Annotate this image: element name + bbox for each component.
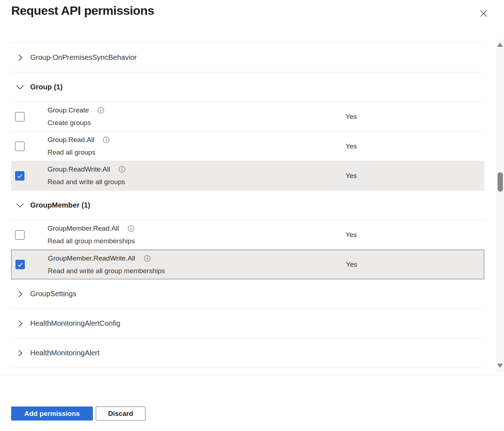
category-label: HealthMonitoringAlert xyxy=(30,349,99,357)
scrollbar-thumb[interactable] xyxy=(498,172,503,192)
permission-text: GroupMember.ReadWrite.All Read and write… xyxy=(48,252,165,277)
permissions-list: Group-OnPremisesSyncBehavior Group (1) G… xyxy=(11,43,484,368)
admin-consent-value: Yes xyxy=(346,161,357,190)
admin-consent-value: Yes xyxy=(346,132,357,161)
info-icon[interactable] xyxy=(97,107,104,114)
scroll-down-icon[interactable] xyxy=(497,364,503,368)
category-label: Group-OnPremisesSyncBehavior xyxy=(30,53,137,62)
info-icon[interactable] xyxy=(103,136,110,143)
chevron-right-icon xyxy=(18,349,23,357)
vertical-scrollbar[interactable] xyxy=(496,40,504,373)
scroll-up-icon[interactable] xyxy=(497,43,503,47)
permission-text: Group.ReadWrite.All Read and write all g… xyxy=(48,163,126,188)
permission-name: Group.Create xyxy=(48,106,89,114)
permission-description: Read and write all group memberships xyxy=(48,265,165,277)
admin-consent-value: Yes xyxy=(346,250,357,279)
category-label: HealthMonitoringAlertConfig xyxy=(30,319,120,328)
checkbox-groupmember-read-all[interactable] xyxy=(15,230,24,240)
permission-description: Create groups xyxy=(48,117,104,129)
chevron-right-icon xyxy=(18,290,23,298)
permission-description: Read and write all groups xyxy=(48,176,126,188)
permission-text: Group.Read.All Read all groups xyxy=(48,134,110,159)
chevron-right-icon xyxy=(18,54,23,62)
chevron-right-icon xyxy=(18,320,23,328)
permission-text: Group.Create Create groups xyxy=(48,104,104,129)
permission-description: Read all group memberships xyxy=(48,235,135,248)
permission-row-group-readwrite-all[interactable]: Group.ReadWrite.All Read and write all g… xyxy=(11,161,484,191)
category-row-group[interactable]: Group (1) xyxy=(11,72,484,102)
page-title: Request API permissions xyxy=(11,4,154,18)
checkbox-groupmember-readwrite-all[interactable] xyxy=(15,260,25,269)
permission-row-group-read-all[interactable]: Group.Read.All Read all groups Yes xyxy=(11,132,484,161)
category-row-healthmonitoringalertconfig[interactable]: HealthMonitoringAlertConfig xyxy=(11,309,484,338)
permission-name: Group.ReadWrite.All xyxy=(48,165,110,173)
chevron-down-icon xyxy=(16,85,24,90)
permission-text: GroupMember.Read.All Read all group memb… xyxy=(48,222,135,248)
category-label: GroupMember (1) xyxy=(30,201,90,209)
close-icon[interactable] xyxy=(477,7,490,19)
chevron-down-icon xyxy=(16,203,24,208)
permission-name: GroupMember.Read.All xyxy=(48,225,119,232)
category-label: Group (1) xyxy=(30,83,63,91)
info-icon[interactable] xyxy=(127,225,135,232)
checkbox-group-create[interactable] xyxy=(15,112,24,121)
info-icon[interactable] xyxy=(144,255,151,262)
footer-divider xyxy=(0,375,504,375)
permission-row-groupmember-read-all[interactable]: GroupMember.Read.All Read all group memb… xyxy=(11,220,484,250)
checkbox-group-readwrite-all[interactable] xyxy=(15,171,24,181)
category-label: GroupSettings xyxy=(30,290,76,298)
category-row-groupsettings[interactable]: GroupSettings xyxy=(11,279,484,309)
add-permissions-button[interactable]: Add permissions xyxy=(11,406,93,421)
category-row-healthmonitoringalert[interactable]: HealthMonitoringAlert xyxy=(11,338,484,368)
permission-description: Read all groups xyxy=(48,146,110,159)
permission-name: GroupMember.ReadWrite.All xyxy=(48,254,135,262)
discard-button[interactable]: Discard xyxy=(96,406,145,421)
checkbox-group-read-all[interactable] xyxy=(15,142,24,151)
permission-row-groupmember-readwrite-all[interactable]: GroupMember.ReadWrite.All Read and write… xyxy=(11,250,484,279)
category-row-groupmember[interactable]: GroupMember (1) xyxy=(11,191,484,220)
permission-row-group-create[interactable]: Group.Create Create groups Yes xyxy=(11,102,484,132)
admin-consent-value: Yes xyxy=(346,102,357,131)
info-icon[interactable] xyxy=(118,166,126,173)
category-row-group-onpremisessyncbehavior[interactable]: Group-OnPremisesSyncBehavior xyxy=(11,43,484,72)
permission-name: Group.Read.All xyxy=(48,136,94,144)
admin-consent-value: Yes xyxy=(346,220,357,249)
